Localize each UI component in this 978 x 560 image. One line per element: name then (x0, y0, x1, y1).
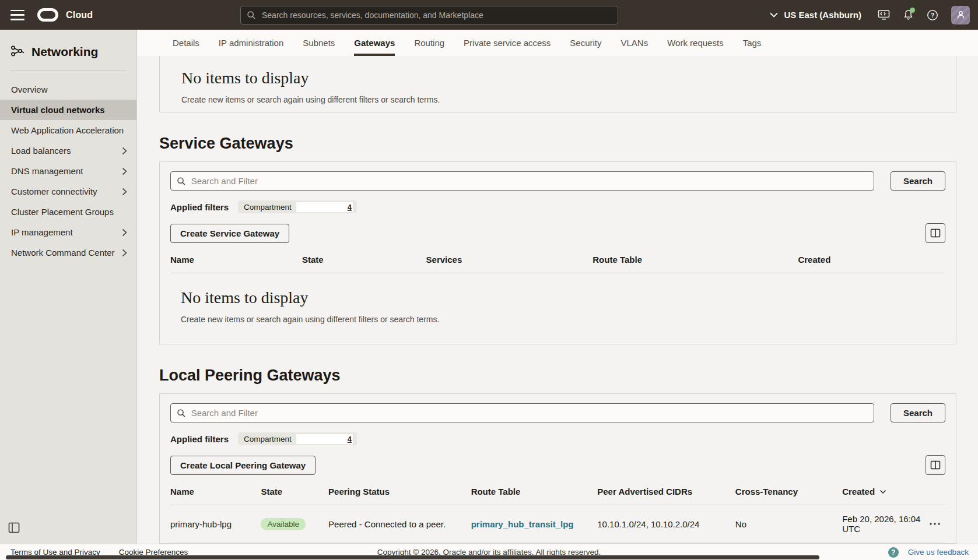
service-gateways-heading: Service Gateways (159, 135, 956, 153)
column-header-cross-tenancy[interactable]: Cross-Tenancy (735, 487, 842, 496)
sidebar-item-virtual-cloud-networks[interactable]: Virtual cloud networks (0, 100, 136, 120)
tab-security[interactable]: Security (570, 30, 601, 56)
column-header-created[interactable]: Created (798, 255, 945, 265)
filter-chip-redacted-value (296, 202, 348, 212)
local-peering-gateways-section: Search Applied filters Compartment 4 Cre… (159, 393, 956, 544)
sidebar-item-dns-management[interactable]: DNS management (0, 161, 136, 181)
sidebar-item-label: Overview (11, 84, 48, 94)
sidebar-item-label: IP management (11, 227, 73, 237)
user-menu-button[interactable] (951, 6, 970, 24)
sg-search-field[interactable] (170, 171, 874, 191)
sg-search-button[interactable]: Search (891, 171, 945, 191)
lpg-compartment-filter-chip[interactable]: Compartment 4 (238, 432, 357, 445)
chevron-down-icon (770, 12, 778, 17)
tab-bar: Details IP administration Subnets Gatewa… (138, 30, 978, 56)
lpg-search-row: Search (170, 403, 945, 422)
column-header-route-table[interactable]: Route Table (593, 255, 798, 265)
sidebar-item-label: Network Command Center (11, 248, 115, 258)
feedback-help-icon[interactable]: ? (888, 547, 899, 558)
previous-section-empty-state: No items to display Create new items or … (159, 56, 956, 112)
lpg-search-input[interactable] (191, 408, 868, 418)
tab-subnets[interactable]: Subnets (303, 30, 335, 56)
notifications-button[interactable] (903, 9, 914, 21)
columns-icon (930, 228, 941, 238)
lpg-manage-columns-button[interactable] (926, 455, 945, 475)
sg-applied-filters: Applied filters Compartment 4 (170, 200, 945, 213)
search-icon (247, 10, 256, 20)
sidebar-item-cluster-placement-groups[interactable]: Cluster Placement Groups (0, 202, 136, 222)
sidebar: Networking Overview Virtual cloud networ… (0, 30, 137, 544)
sidebar-item-label: Web Application Acceleration (11, 125, 124, 135)
sidebar-item-web-application-acceleration[interactable]: Web Application Acceleration (0, 120, 136, 140)
filter-chip-suffix: 4 (348, 434, 353, 444)
sidebar-item-label: Virtual cloud networks (11, 105, 105, 115)
region-selector[interactable]: US East (Ashburn) (770, 10, 861, 20)
sidebar-item-customer-connectivity[interactable]: Customer connectivity (0, 181, 136, 202)
sidebar-title: Networking (31, 45, 98, 59)
help-button[interactable]: ? (927, 9, 938, 21)
lpg-search-button[interactable]: Search (891, 403, 945, 422)
cell-route-table: primary_hub_transit_lpg (471, 519, 598, 529)
cell-name: primary-hub-lpg (170, 519, 261, 529)
column-header-peer-advertised-cidrs[interactable]: Peer Advertised CIDRs (597, 487, 735, 496)
tab-work-requests[interactable]: Work requests (667, 30, 723, 56)
column-header-route-table[interactable]: Route Table (471, 487, 598, 496)
column-header-services[interactable]: Services (426, 255, 593, 265)
tab-ip-administration[interactable]: IP administration (219, 30, 283, 56)
cell-peer-advertised-cidrs: 10.10.1.0/24, 10.10.2.0/24 (597, 519, 735, 529)
sg-search-input[interactable] (191, 176, 868, 186)
lpg-search-field[interactable] (170, 403, 874, 422)
chevron-right-icon (122, 188, 127, 196)
columns-icon (930, 460, 941, 470)
search-icon (177, 177, 186, 186)
sg-compartment-filter-chip[interactable]: Compartment 4 (238, 200, 357, 213)
global-search-input[interactable] (262, 10, 612, 20)
column-header-name[interactable]: Name (170, 255, 302, 265)
empty-state-caption: Create new items or search again using d… (181, 95, 934, 104)
sidebar-item-load-balancers[interactable]: Load balancers (0, 140, 136, 161)
tab-private-service-access[interactable]: Private service access (464, 30, 551, 56)
give-feedback-link[interactable]: Give us feedback (908, 548, 969, 557)
row-actions-menu-button[interactable] (922, 522, 945, 526)
brand[interactable]: Cloud (37, 8, 93, 22)
table-row[interactable]: primary-hub-lpg Available Peered - Conne… (170, 505, 945, 543)
sg-actions-row: Create Service Gateway (170, 223, 945, 243)
tab-details[interactable]: Details (173, 30, 199, 56)
footer-right: ? Give us feedback (888, 547, 969, 558)
tab-tags[interactable]: Tags (743, 30, 762, 56)
applied-filters-label: Applied filters (170, 434, 229, 444)
search-icon (177, 408, 186, 418)
sidebar-item-ip-management[interactable]: IP management (0, 222, 136, 242)
region-label: US East (Ashburn) (784, 10, 861, 20)
column-header-state[interactable]: State (261, 487, 328, 496)
lpg-table-header: Name State Peering Status Route Table Pe… (170, 487, 945, 505)
chevron-right-icon (122, 249, 127, 257)
sidebar-item-label: Cluster Placement Groups (11, 207, 114, 217)
sidebar-item-network-command-center[interactable]: Network Command Center (0, 242, 136, 263)
main-content: No items to display Create new items or … (138, 56, 978, 544)
sidebar-nav: Overview Virtual cloud networks Web Appl… (0, 79, 136, 263)
tab-gateways[interactable]: Gateways (354, 30, 395, 56)
column-header-state[interactable]: State (302, 255, 426, 265)
svg-text:?: ? (931, 12, 935, 19)
create-local-peering-gateway-button[interactable]: Create Local Peering Gateway (170, 456, 316, 475)
top-bar: Cloud US East (Ashburn) ? (0, 0, 978, 30)
create-service-gateway-button[interactable]: Create Service Gateway (170, 224, 289, 243)
route-table-link[interactable]: primary_hub_transit_lpg (471, 519, 574, 529)
hamburger-menu-icon[interactable] (10, 10, 24, 20)
sg-search-row: Search (170, 171, 945, 191)
column-header-created[interactable]: Created (842, 487, 922, 496)
lpg-applied-filters: Applied filters Compartment 4 (170, 432, 945, 445)
column-header-name[interactable]: Name (170, 487, 261, 496)
tab-vlans[interactable]: VLANs (621, 30, 649, 56)
sg-manage-columns-button[interactable] (926, 223, 945, 243)
sidebar-collapse-button[interactable] (8, 522, 20, 536)
sidebar-item-overview[interactable]: Overview (0, 79, 136, 100)
cell-state: Available (261, 518, 328, 530)
tab-routing[interactable]: Routing (414, 30, 444, 56)
global-search[interactable] (240, 6, 618, 24)
column-header-peering-status[interactable]: Peering Status (328, 487, 471, 496)
cloud-shell-button[interactable] (878, 9, 890, 20)
horizontal-scrollbar-thumb[interactable] (6, 555, 819, 559)
networking-icon (10, 45, 24, 59)
